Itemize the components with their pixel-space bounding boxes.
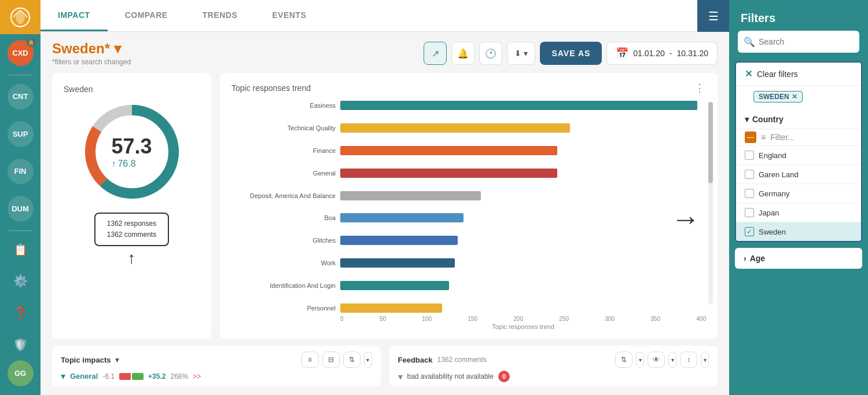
chevron-right-age-icon: ›	[744, 254, 746, 263]
bar-row: Work	[231, 258, 706, 268]
align-center-icon[interactable]: ⊟	[322, 352, 340, 368]
age-header[interactable]: › Age	[735, 248, 862, 269]
age-section: › Age	[735, 248, 862, 269]
bar-label: Finance	[231, 147, 336, 154]
tab-events[interactable]: EVENTS	[255, 0, 323, 31]
avatar-dum[interactable]: DUM	[8, 196, 34, 221]
feedback-header: Feedback 1362 comments ⇅ ▾ 👁 ▾ ↕ ▾	[398, 352, 709, 368]
country-label: Country	[752, 115, 784, 124]
avatar-cnt[interactable]: CNT	[8, 84, 34, 109]
help-icon[interactable]: ❓	[8, 300, 34, 325]
axis-tick: 300	[605, 316, 615, 322]
tab-impact[interactable]: IMPACT	[41, 0, 108, 31]
bar-fill	[340, 101, 697, 110]
country-header[interactable]: ▾ Country	[736, 110, 861, 129]
page-title[interactable]: Sweden* ▾	[52, 41, 424, 57]
checkbox-garen-land[interactable]: Garen Land	[736, 165, 861, 184]
sort-icon[interactable]: ⇅	[343, 352, 361, 368]
bar-positive	[132, 373, 144, 380]
clipboard-icon[interactable]: 📋	[8, 237, 34, 262]
score-panel: Sweden 57.3	[52, 73, 211, 339]
chart-scrollbar[interactable]	[708, 102, 713, 304]
feedback-sort-chevron-icon[interactable]: ▾	[701, 352, 709, 368]
orange-filter-icon: —	[745, 131, 756, 143]
share-button[interactable]: ↗	[424, 42, 447, 65]
sort-chevron-icon[interactable]: ▾	[364, 352, 372, 368]
filters-search-box[interactable]: 🔍	[738, 31, 859, 53]
topic-score-pct: 268%	[170, 372, 188, 381]
bell-icon: 🔔	[457, 48, 469, 59]
feedback-icons: ⇅ ▾ 👁 ▾ ↕ ▾	[615, 352, 709, 368]
checkbox-japan[interactable]: Japan	[736, 203, 861, 222]
avatar-gg-label: GG	[14, 369, 26, 378]
bar-fill	[340, 146, 557, 155]
checkbox-germany[interactable]: Germany	[736, 184, 861, 203]
checkbox-garen-land-box[interactable]	[745, 170, 754, 179]
avatar-cxd[interactable]: CXD 🔒	[8, 40, 34, 65]
checkbox-sweden-box[interactable]: ✓	[745, 227, 754, 236]
bar-track	[340, 145, 706, 156]
filters-search-input[interactable]	[759, 37, 860, 46]
checkbox-england[interactable]: England	[736, 146, 861, 165]
axis-title: Topic responses trend	[340, 323, 706, 330]
feedback-eye-chevron-icon[interactable]: ▾	[668, 352, 676, 368]
checkbox-germany-box[interactable]	[745, 189, 754, 198]
nav-menu-button[interactable]: ☰	[697, 0, 729, 32]
bar-row: Glitches	[231, 235, 706, 246]
checkbox-england-box[interactable]	[745, 151, 754, 160]
bar-row: Personnel	[231, 303, 706, 313]
active-tags-row: SWEDEN ✕	[736, 86, 861, 110]
checkbox-japan-box[interactable]	[745, 208, 754, 217]
up-arrow-icon: ↑	[128, 249, 136, 268]
avatar-fin[interactable]: FIN	[8, 159, 34, 184]
alert-button[interactable]: 🔔	[451, 42, 475, 65]
app-logo[interactable]	[0, 0, 41, 34]
settings-icon[interactable]: ⚙️	[8, 268, 34, 294]
bar-chart-panel: Topic responses trend ⋮ → EasinessTechni…	[220, 73, 718, 339]
feedback-eye-icon[interactable]: 👁	[648, 352, 665, 368]
country-sweden-label: Sweden	[759, 228, 786, 236]
bar-track	[340, 235, 706, 246]
clear-filters-button[interactable]: ✕ Clear filters	[736, 63, 861, 86]
avatar-fin-label: FIN	[14, 167, 27, 175]
donut-center: 57.3 ↑ 76.8	[111, 134, 152, 169]
header-subtitle: *filters or search changed	[52, 58, 424, 66]
feedback-filter-chevron-icon[interactable]: ▾	[636, 352, 644, 368]
align-left-icon[interactable]: ≡	[301, 352, 319, 368]
avatar-cnt-label: CNT	[13, 92, 28, 101]
active-tag-remove-icon[interactable]: ✕	[792, 93, 797, 101]
feedback-filter-icon[interactable]: ⇅	[615, 352, 632, 368]
history-button[interactable]: 🕐	[479, 42, 502, 65]
header-actions: ↗ 🔔 🕐 ⬇ ▾ SAVE AS 📅 01.01.20 - 10.31.	[424, 42, 718, 65]
bar-row: Deposit, America And Balance	[231, 191, 706, 201]
bar-fill	[340, 191, 481, 200]
bar-row: Technical Quality	[231, 123, 706, 133]
country-japan-label: Japan	[759, 209, 779, 217]
download-button[interactable]: ⬇ ▾	[507, 42, 535, 65]
clear-filters-label: Clear filters	[757, 70, 798, 79]
date-start: 01.01.20	[633, 49, 665, 58]
active-tag-sweden[interactable]: SWEDEN ✕	[753, 91, 803, 103]
tab-trends[interactable]: TRENDS	[185, 0, 255, 31]
avatar-gg[interactable]: GG	[8, 360, 34, 386]
date-range[interactable]: 📅 01.01.20 - 10.31.20	[606, 42, 718, 65]
tab-compare[interactable]: COMPARE	[108, 0, 185, 31]
dropdown-icon[interactable]: ▾	[115, 355, 119, 364]
bar-track	[340, 280, 706, 291]
bar-fill	[340, 303, 442, 313]
user-shield-icon[interactable]: 🛡️	[8, 331, 34, 357]
bar-track	[340, 168, 706, 178]
bar-label: Deposit, America And Balance	[231, 192, 336, 199]
filter-lines-icon: ≡	[761, 133, 766, 142]
bar-negative	[119, 373, 131, 380]
filter-label[interactable]: Filter...	[770, 133, 795, 142]
save-as-button[interactable]: SAVE AS	[540, 42, 602, 65]
main-content: IMPACT COMPARE TRENDS EVENTS ☰ Sweden* ▾…	[41, 0, 729, 395]
feedback-sort-icon[interactable]: ↕	[680, 352, 697, 368]
chart-menu-button[interactable]: ⋮	[694, 82, 706, 94]
sidebar-bottom: 🛡️ GG	[8, 328, 34, 389]
avatar-sup[interactable]: SUP	[8, 121, 34, 147]
checkbox-sweden[interactable]: ✓ Sweden	[736, 222, 861, 241]
axis-tick: 0	[340, 316, 344, 322]
feedback-count: 1362 comments	[437, 356, 486, 364]
